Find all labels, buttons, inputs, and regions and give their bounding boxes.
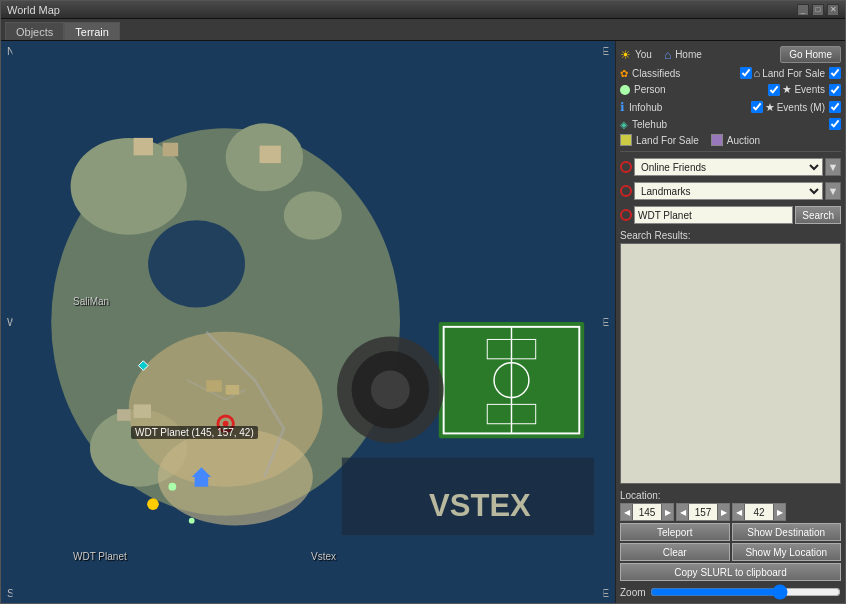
close-button[interactable]: ✕: [827, 4, 839, 16]
events-m-checkbox[interactable]: [751, 101, 763, 113]
coord-row: ◀ 145 ▶ ◀ 157 ▶ ◀ 42 ▶: [620, 503, 841, 521]
svg-rect-30: [195, 477, 209, 487]
coord-z-value: 42: [745, 507, 773, 518]
svg-rect-23: [117, 409, 131, 421]
coord-y-field: ◀ 157 ▶: [676, 503, 730, 521]
events-checkbox-item: ★ Events: [768, 83, 825, 96]
coord-y-value: 157: [689, 507, 717, 518]
teleport-button[interactable]: Teleport: [620, 523, 730, 541]
events-m-label: Events (M): [777, 102, 825, 113]
search-button[interactable]: Search: [795, 206, 841, 224]
action-row-2: Clear Show My Location: [620, 543, 841, 561]
action-row-1: Teleport Show Destination: [620, 523, 841, 541]
panel-row-you-home: ☀ You ⌂ Home Go Home: [620, 45, 841, 64]
coord-y-increment[interactable]: ▶: [717, 504, 729, 520]
events-checkbox[interactable]: [768, 84, 780, 96]
land-for-sale-label: Land For Sale: [762, 68, 825, 79]
tab-terrain[interactable]: Terrain: [64, 22, 120, 40]
events-label: Events: [794, 84, 825, 95]
person-dot: [620, 85, 630, 95]
svg-rect-20: [134, 138, 153, 155]
you-icon: ☀: [620, 48, 631, 62]
search-row: Search: [620, 206, 841, 224]
events-m-star-icon: ★: [765, 101, 775, 114]
search-results-area[interactable]: [620, 243, 841, 484]
tab-bar: Objects Terrain: [1, 19, 845, 41]
telehub-icon: ◈: [620, 119, 628, 130]
minimize-button[interactable]: _: [797, 4, 809, 16]
svg-point-6: [148, 220, 245, 307]
map-canvas: NW N NE W E SW S SE: [1, 41, 615, 603]
land-for-sale-checkbox[interactable]: [740, 67, 752, 79]
infohub-icon: ℹ: [620, 100, 625, 114]
events-cb2: [829, 84, 841, 96]
events-checkbox-2[interactable]: [829, 84, 841, 96]
land-for-sale-cb2: [829, 67, 841, 79]
copy-slurl-button[interactable]: Copy SLURL to clipboard: [620, 563, 841, 581]
title-bar-controls: _ □ ✕: [797, 4, 839, 16]
location-label: WDT Planet (145, 157, 42): [131, 426, 258, 439]
online-friends-dropdown-arrow[interactable]: ▼: [825, 158, 841, 176]
region-label-vstex: Vstex: [311, 551, 336, 562]
show-destination-button[interactable]: Show Destination: [732, 523, 842, 541]
events-m-checkbox-item: ★ Events (M): [751, 101, 825, 114]
separator-1: [620, 151, 841, 152]
coord-z-field: ◀ 42 ▶: [732, 503, 786, 521]
search-results-label: Search Results:: [620, 230, 841, 241]
zoom-label: Zoom: [620, 587, 646, 598]
show-my-location-button[interactable]: Show My Location: [732, 543, 842, 561]
clear-button[interactable]: Clear: [620, 543, 730, 561]
location-label-text: Location:: [620, 490, 841, 501]
home-icon: ⌂: [664, 48, 671, 62]
svg-rect-24: [134, 404, 151, 418]
svg-point-4: [284, 191, 342, 239]
person-label: Person: [634, 84, 666, 95]
panel-row-person: Person ★ Events: [620, 82, 841, 97]
main-area: NW N NE W E SW S SE: [1, 41, 845, 603]
online-friends-red-circle: [620, 161, 632, 173]
classifieds-label: Classifieds: [632, 68, 680, 79]
svg-point-33: [168, 483, 176, 491]
tab-objects[interactable]: Objects: [5, 22, 64, 40]
home-label: Home: [675, 49, 702, 60]
map-area[interactable]: NW N NE W E SW S SE: [1, 41, 615, 603]
events-m-checkbox-2[interactable]: [829, 101, 841, 113]
coord-z-decrement[interactable]: ◀: [733, 504, 745, 520]
panel-row-classifieds: ✿ Classifieds ⌂ Land For Sale: [620, 66, 841, 80]
auction-legend-label: Auction: [727, 135, 760, 146]
search-red-circle: [620, 209, 632, 221]
go-home-button[interactable]: Go Home: [780, 46, 841, 63]
app-window: World Map _ □ ✕ Objects Terrain NW N NE …: [0, 0, 846, 604]
infohub-label: Infohub: [629, 102, 662, 113]
events-m-cb2: [829, 101, 841, 113]
coord-y-decrement[interactable]: ◀: [677, 504, 689, 520]
landmarks-dropdown[interactable]: Landmarks: [634, 182, 823, 200]
online-friends-dropdown-row: Online Friends ▼: [620, 158, 841, 176]
coord-x-decrement[interactable]: ◀: [621, 504, 633, 520]
landmarks-red-circle: [620, 185, 632, 197]
coord-x-value: 145: [633, 507, 661, 518]
title-bar: World Map _ □ ✕: [1, 1, 845, 19]
svg-rect-22: [260, 146, 281, 163]
search-input[interactable]: [634, 206, 793, 224]
title-bar-title: World Map: [7, 4, 60, 16]
maximize-button[interactable]: □: [812, 4, 824, 16]
events-star-icon: ★: [782, 83, 792, 96]
landmarks-dropdown-row: Landmarks ▼: [620, 182, 841, 200]
online-friends-dropdown[interactable]: Online Friends: [634, 158, 823, 176]
panel-row-infohub: ℹ Infohub ★ Events (M): [620, 99, 841, 115]
land-for-sale-checkbox-2[interactable]: [829, 67, 841, 79]
zoom-slider[interactable]: [650, 585, 841, 599]
landmarks-dropdown-arrow[interactable]: ▼: [825, 182, 841, 200]
land-for-sale-legend-box: [620, 134, 632, 146]
telehub-checkbox-item: [829, 118, 841, 130]
coord-x-increment[interactable]: ▶: [661, 504, 673, 520]
coord-z-increment[interactable]: ▶: [773, 504, 785, 520]
svg-rect-25: [206, 380, 222, 392]
svg-point-34: [189, 518, 195, 524]
telehub-checkbox[interactable]: [829, 118, 841, 130]
svg-text:VSTEX: VSTEX: [429, 488, 531, 523]
auction-legend-box: [711, 134, 723, 146]
svg-point-31: [147, 498, 159, 510]
svg-point-8: [158, 429, 313, 526]
